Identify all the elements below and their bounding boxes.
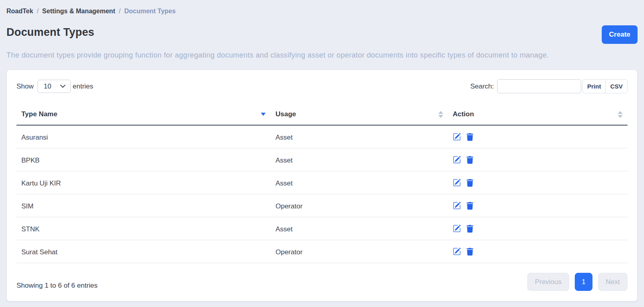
cell-actions	[448, 171, 627, 194]
breadcrumb-item-roadtek[interactable]: RoadTek	[6, 8, 33, 14]
document-types-table: Type Name Usage Action	[17, 93, 627, 263]
delete-button[interactable]	[466, 225, 473, 233]
cell-type-name: BPKB	[17, 148, 270, 171]
delete-button[interactable]	[466, 156, 473, 164]
export-button-group: Print CSV	[582, 79, 627, 93]
show-label: Show	[17, 82, 34, 91]
column-label: Usage	[275, 109, 296, 119]
cell-actions	[448, 217, 627, 240]
breadcrumb-separator: /	[37, 8, 38, 14]
edit-button[interactable]	[453, 247, 461, 255]
cell-type-name: Kartu Uji KIR	[17, 171, 270, 194]
pagination: Previous 1 Next	[527, 273, 627, 291]
edit-button[interactable]	[453, 202, 461, 210]
cell-type-name: Asuransi	[17, 125, 270, 148]
page-1-button[interactable]: 1	[575, 273, 592, 291]
cell-actions	[448, 240, 627, 263]
page-size-select[interactable]: 10	[37, 80, 71, 93]
cell-usage: Asset	[270, 148, 448, 171]
page-description: The document types provide grouping func…	[6, 50, 638, 60]
trash-icon	[466, 133, 473, 141]
cell-actions	[448, 194, 627, 217]
delete-button[interactable]	[466, 202, 473, 210]
table-row: SIM Operator	[17, 194, 627, 217]
cell-usage: Operator	[270, 240, 448, 263]
table-row: Kartu Uji KIR Asset	[17, 171, 627, 194]
table-header-row: Type Name Usage Action	[17, 93, 627, 125]
next-button[interactable]: Next	[598, 273, 627, 291]
table-controls: Show 10 entries Search: Print CSV	[17, 79, 627, 93]
edit-button[interactable]	[453, 179, 461, 187]
delete-button[interactable]	[466, 133, 473, 141]
column-header-action[interactable]: Action	[448, 93, 627, 125]
csv-button[interactable]: CSV	[605, 79, 627, 93]
trash-icon	[466, 225, 473, 233]
search-control: Search: Print CSV	[470, 79, 627, 93]
pencil-square-icon	[453, 247, 461, 255]
cell-type-name: SIM	[17, 194, 270, 217]
column-label: Action	[453, 109, 474, 119]
trash-icon	[466, 156, 473, 164]
page-length-control: Show 10 entries	[17, 80, 93, 93]
page: RoadTek/Settings & Management/Document T…	[0, 0, 644, 301]
breadcrumb-item-document-types: Document Types	[124, 8, 176, 14]
column-label: Type Name	[21, 109, 57, 119]
cell-actions	[448, 148, 627, 171]
table-body: Asuransi Asset BPKB Asset	[17, 125, 627, 263]
chevron-down-icon	[60, 84, 66, 88]
breadcrumb-separator: /	[119, 8, 120, 14]
entries-label: entries	[73, 82, 93, 91]
cell-usage: Asset	[270, 217, 448, 240]
create-button[interactable]: Create	[602, 25, 638, 44]
print-button[interactable]: Print	[582, 79, 605, 93]
table-row: STNK Asset	[17, 217, 627, 240]
page-header: Document Types Create	[6, 24, 638, 44]
cell-usage: Asset	[270, 171, 448, 194]
page-size-value: 10	[44, 82, 52, 91]
cell-type-name: Surat Sehat	[17, 240, 270, 263]
previous-button[interactable]: Previous	[527, 273, 569, 291]
pencil-square-icon	[453, 133, 461, 141]
search-label: Search:	[470, 82, 494, 91]
table-row: BPKB Asset	[17, 148, 627, 171]
edit-button[interactable]	[453, 156, 461, 164]
cell-type-name: STNK	[17, 217, 270, 240]
table-card: Show 10 entries Search: Print CSV	[6, 70, 638, 301]
sort-icon	[438, 111, 443, 118]
breadcrumb-item-settings-management[interactable]: Settings & Management	[42, 8, 115, 14]
pencil-square-icon	[453, 179, 461, 187]
pencil-square-icon	[453, 202, 461, 210]
column-header-usage[interactable]: Usage	[270, 93, 448, 125]
table-row: Surat Sehat Operator	[17, 240, 627, 263]
table-footer: Showing 1 to 6 of 6 entries Previous 1 N…	[17, 263, 627, 291]
sort-descending-icon	[261, 113, 266, 116]
delete-button[interactable]	[466, 179, 473, 187]
table-row: Asuransi Asset	[17, 125, 627, 148]
edit-button[interactable]	[453, 225, 461, 233]
delete-button[interactable]	[466, 248, 473, 255]
trash-icon	[466, 179, 473, 187]
breadcrumb: RoadTek/Settings & Management/Document T…	[6, 0, 638, 16]
cell-actions	[448, 125, 627, 148]
table-info: Showing 1 to 6 of 6 entries	[17, 281, 97, 291]
cell-usage: Asset	[270, 125, 448, 148]
cell-usage: Operator	[270, 194, 448, 217]
pencil-square-icon	[453, 156, 461, 164]
sort-icon	[618, 111, 623, 118]
search-input[interactable]	[497, 79, 581, 93]
trash-icon	[466, 202, 473, 210]
pencil-square-icon	[453, 225, 461, 233]
page-title: Document Types	[6, 24, 94, 40]
edit-button[interactable]	[453, 133, 461, 141]
column-header-type-name[interactable]: Type Name	[17, 93, 270, 125]
trash-icon	[466, 248, 473, 255]
